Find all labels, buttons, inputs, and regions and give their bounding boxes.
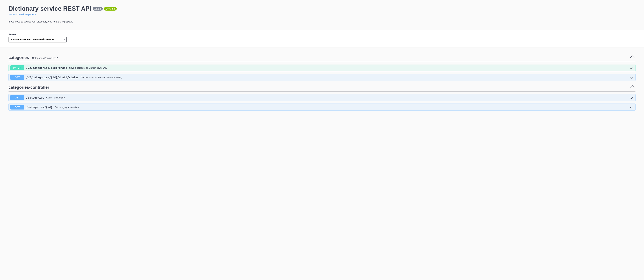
tag-header-categories-controller[interactable]: categories-controller xyxy=(8,85,636,92)
oas-badge: OAS 3.0 xyxy=(104,7,117,10)
servers-label: Servers xyxy=(8,33,636,36)
chevron-up-icon xyxy=(630,85,634,89)
operation-summary: Get list of category xyxy=(46,96,65,99)
title-row: Dictionary service REST API 13.1.4 OAS 3… xyxy=(8,5,636,12)
operation-path: /v2/categories/{id}/draft xyxy=(26,66,67,69)
tag-name: categories xyxy=(8,55,29,60)
content-section: categories Categories Controller v2 PATC… xyxy=(0,48,644,118)
operation-row[interactable]: GET /v2/categories/{id}/draft/status Get… xyxy=(8,74,636,81)
operation-summary: Get the status of the asynchronous savin… xyxy=(81,76,122,79)
api-docs-link[interactable]: /semanticservice/api-docs xyxy=(8,13,36,16)
operation-path: /v2/categories/{id}/draft/status xyxy=(26,76,79,79)
tag-header-categories[interactable]: categories Categories Controller v2 xyxy=(8,55,636,62)
method-badge-get: GET xyxy=(10,95,24,100)
method-badge-patch: PATCH xyxy=(10,65,24,70)
page-title: Dictionary service REST API xyxy=(8,5,91,12)
operation-summary: Save a category as Draft in async way xyxy=(69,67,107,69)
operations-list: PATCH /v2/categories/{id}/draft Save a c… xyxy=(8,64,636,81)
tag-left: categories Categories Controller v2 xyxy=(8,55,58,60)
tag-categories: categories Categories Controller v2 PATC… xyxy=(8,55,636,81)
chevron-down-icon xyxy=(630,106,633,109)
operation-path: /categories/{id} xyxy=(26,106,52,109)
server-select[interactable]: /semanticservice - Generated server url xyxy=(8,37,66,42)
operations-list: GET /categories Get list of category GET… xyxy=(8,94,636,111)
header-section: Dictionary service REST API 13.1.4 OAS 3… xyxy=(0,0,644,30)
chevron-up-icon xyxy=(630,55,634,60)
tag-categories-controller: categories-controller GET /categories Ge… xyxy=(8,85,636,111)
chevron-down-icon xyxy=(630,76,633,79)
operation-row[interactable]: GET /categories/{id} Get category inform… xyxy=(8,104,636,111)
servers-section: Servers /semanticservice - Generated ser… xyxy=(0,30,644,48)
operation-row[interactable]: PATCH /v2/categories/{id}/draft Save a c… xyxy=(8,64,636,71)
operation-summary: Get category information xyxy=(54,106,79,109)
operation-row[interactable]: GET /categories Get list of category xyxy=(8,94,636,101)
tag-left: categories-controller xyxy=(8,85,52,90)
version-badge: 13.1.4 xyxy=(93,7,103,10)
chevron-down-icon xyxy=(630,66,633,69)
method-badge-get: GET xyxy=(10,75,24,80)
tag-name: categories-controller xyxy=(8,85,49,90)
server-select-wrap: /semanticservice - Generated server url xyxy=(8,37,66,42)
operation-path: /categories xyxy=(26,96,44,99)
chevron-down-icon xyxy=(630,96,633,99)
method-badge-get: GET xyxy=(10,105,24,110)
tag-description: Categories Controller v2 xyxy=(32,57,58,59)
api-description: If you need to update your dictionary, y… xyxy=(8,20,636,23)
